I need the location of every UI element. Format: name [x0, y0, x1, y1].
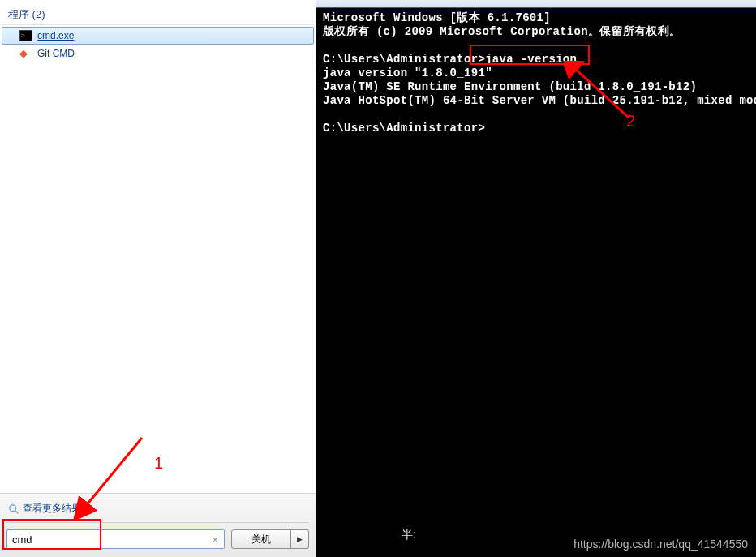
shutdown-dropdown-arrow[interactable]: ▶ [291, 529, 309, 549]
result-item-gitcmd[interactable]: Git CMD [2, 45, 314, 62]
cmd-title-bar [316, 0, 756, 8]
term-line: C:\Users\Administrator>java -version [323, 53, 577, 66]
watermark: https://blog.csdn.net/qq_41544550 [573, 538, 748, 551]
start-menu-panel: 程序 (2) cmd.exe Git CMD 查看更多结果 × 关机 ▶ [0, 0, 316, 557]
search-input[interactable] [12, 533, 209, 546]
term-line: Java HotSpot(TM) 64-Bit Server VM (build… [323, 94, 756, 107]
gitcmd-icon [19, 47, 32, 60]
search-row: × 关机 ▶ [6, 529, 309, 549]
clear-search-icon[interactable]: × [209, 533, 221, 546]
cmd-icon [19, 30, 32, 41]
shutdown-split-button: 关机 ▶ [231, 529, 309, 549]
result-label: cmd.exe [37, 30, 74, 41]
result-label: Git CMD [37, 48, 75, 59]
term-line: java version "1.8.0_191" [323, 66, 492, 79]
search-icon [8, 503, 19, 515]
results-category-header: 程序 (2) [2, 3, 314, 25]
cmd-terminal-output[interactable]: Microsoft Windows [版本 6.1.7601] 版权所有 (c)… [316, 8, 756, 557]
search-box[interactable]: × [6, 529, 225, 549]
ime-indicator: 半: [402, 528, 416, 542]
term-line: Java(TM) SE Runtime Environment (build 1… [323, 80, 697, 93]
term-line: 版权所有 (c) 2009 Microsoft Corporation。保留所有… [323, 25, 681, 38]
term-line: Microsoft Windows [版本 6.1.7601] [323, 11, 551, 24]
result-item-cmd[interactable]: cmd.exe [2, 27, 314, 45]
more-results-label: 查看更多结果 [23, 502, 81, 516]
term-line: C:\Users\Administrator> [323, 122, 485, 135]
svg-line-1 [15, 510, 19, 513]
start-menu-bottom: 查看更多结果 × 关机 ▶ [0, 493, 316, 557]
search-results-area: 程序 (2) cmd.exe Git CMD [0, 0, 316, 493]
shutdown-button[interactable]: 关机 [231, 529, 291, 549]
see-more-results-link[interactable]: 查看更多结果 [6, 499, 309, 523]
svg-point-0 [10, 504, 16, 511]
cmd-window: Microsoft Windows [版本 6.1.7601] 版权所有 (c)… [316, 0, 756, 557]
